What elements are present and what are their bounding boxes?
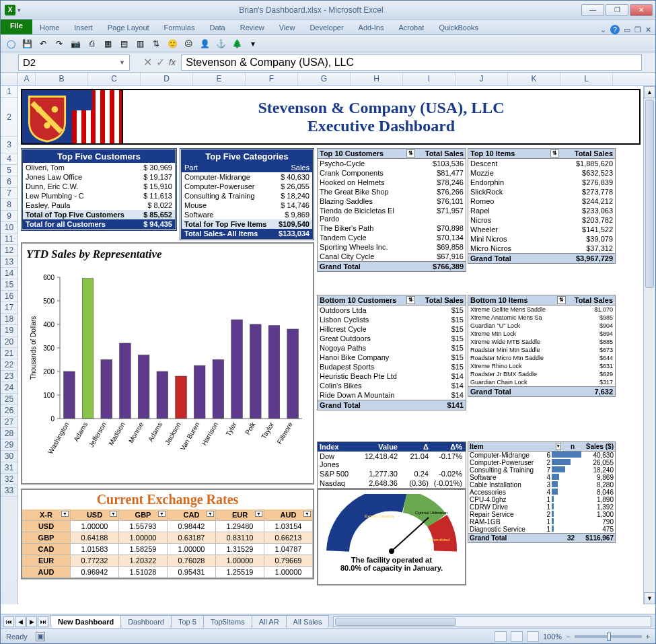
xr-header[interactable]: CAD▼ — [168, 509, 216, 521]
sheet-tab-all-sales[interactable]: All Sales — [286, 615, 330, 628]
row-header-16[interactable]: 16 — [1, 291, 17, 302]
fx-icon[interactable]: fx — [169, 57, 176, 67]
form-icon[interactable]: ▦ — [102, 38, 114, 50]
select-all-corner[interactable] — [1, 73, 18, 85]
help-icon[interactable]: ? — [610, 25, 620, 34]
maximize-button[interactable]: ❐ — [606, 4, 628, 16]
normal-view-icon[interactable] — [495, 631, 507, 642]
sort-icon[interactable]: ⇅ — [150, 38, 162, 50]
worksheet-canvas[interactable]: Stevenson & Company (USA), LLC Executive… — [18, 86, 643, 604]
formula-input[interactable]: Stevenson & Company (USA), LLC — [181, 55, 642, 71]
xr-header[interactable]: GBP▼ — [119, 509, 168, 521]
filter-icon[interactable]: ⇅ — [550, 149, 559, 157]
file-tab[interactable]: File — [1, 19, 32, 34]
col-header-D[interactable]: D — [141, 73, 193, 85]
ribbon-tab-page-layout[interactable]: Page Layout — [100, 21, 157, 34]
zoom-out-icon[interactable]: − — [566, 633, 570, 641]
row-header-20[interactable]: 20 — [1, 336, 17, 348]
page-break-view-icon[interactable] — [527, 631, 539, 642]
row-header-24[interactable]: 24 — [1, 382, 17, 394]
scroll-down-icon[interactable]: ▼ — [644, 592, 655, 604]
col-header-B[interactable]: B — [36, 73, 88, 85]
xr-header[interactable]: EUR▼ — [216, 509, 264, 521]
xr-header[interactable]: USD▼ — [71, 509, 119, 521]
qat-dropdown-icon[interactable]: ▾ — [17, 7, 21, 13]
ribbon-tab-developer[interactable]: Developer — [302, 21, 351, 34]
sad-icon[interactable]: ☹ — [182, 38, 194, 50]
fx-cancel-icon[interactable]: ✕ — [143, 56, 152, 69]
row-header-13[interactable]: 13 — [1, 256, 17, 268]
camera-icon[interactable]: 📷 — [69, 38, 81, 50]
row-header-14[interactable]: 14 — [1, 268, 17, 279]
filter-icon[interactable]: ⇅ — [406, 296, 415, 304]
row-header-32[interactable]: 32 — [1, 474, 17, 485]
zoom-level[interactable]: 100% — [543, 633, 562, 641]
row-header-15[interactable]: 15 — [1, 279, 17, 291]
row-header-12[interactable]: 12 — [1, 245, 17, 256]
row-header-4[interactable]: 4 — [1, 153, 17, 165]
filter-icon[interactable]: ⇅ — [406, 149, 415, 157]
row-header-11[interactable]: 11 — [1, 234, 17, 245]
row-header-10[interactable]: 10 — [1, 222, 17, 234]
ribbon-tab-formulas[interactable]: Formulas — [157, 21, 203, 34]
ribbon-tab-home[interactable]: Home — [32, 21, 67, 34]
ytd-sales-chart[interactable]: YTD Sales by Representative 010020030040… — [21, 242, 314, 485]
sheet-tab-top-5[interactable]: Top 5 — [171, 615, 204, 628]
col-header-L[interactable]: L — [560, 73, 613, 85]
tree-icon[interactable]: 🌲 — [231, 38, 243, 50]
horizontal-scrollbar[interactable] — [333, 616, 651, 627]
col-header-H[interactable]: H — [351, 73, 403, 85]
save-icon[interactable]: 💾 — [21, 38, 33, 50]
row-header-9[interactable]: 9 — [1, 211, 17, 222]
namebox-dropdown-icon[interactable]: ▼ — [119, 59, 125, 66]
restore-workbook-icon[interactable]: ❐ — [634, 26, 641, 34]
row-header-26[interactable]: 26 — [1, 405, 17, 417]
col-header-J[interactable]: J — [455, 73, 508, 85]
last-sheet-icon[interactable]: ⏭ — [38, 616, 48, 627]
col-header-I[interactable]: I — [403, 73, 455, 85]
minimize-button[interactable]: — — [581, 4, 604, 16]
sheet-tab-all-ar[interactable]: All AR — [252, 615, 287, 628]
scroll-thumb[interactable] — [645, 100, 654, 288]
row-header-19[interactable]: 19 — [1, 325, 17, 336]
ribbon-tab-add-ins[interactable]: Add-Ins — [351, 21, 392, 34]
zoom-slider[interactable] — [575, 635, 642, 638]
row-header-5[interactable]: 5 — [1, 165, 17, 176]
xr-header[interactable]: X-R▼ — [22, 509, 71, 521]
row-header-21[interactable]: 21 — [1, 348, 17, 359]
col-header-F[interactable]: F — [246, 73, 298, 85]
sheet-tab-new-dashboard[interactable]: New Dashboard — [50, 615, 121, 628]
col-header-E[interactable]: E — [193, 73, 246, 85]
scroll-up-icon[interactable]: ▲ — [644, 86, 655, 98]
macro-record-icon[interactable]: ▣ — [36, 632, 45, 641]
row-header-6[interactable]: 6 — [1, 176, 17, 188]
first-sheet-icon[interactable]: ⏮ — [3, 616, 14, 627]
ribbon-tab-data[interactable]: Data — [202, 21, 232, 34]
ribbon-tab-quickbooks[interactable]: QuickBooks — [431, 21, 486, 34]
col-header-G[interactable]: G — [298, 73, 351, 85]
sheet-tab-dashboard[interactable]: Dashboard — [120, 615, 172, 628]
row-header-1[interactable]: 1 — [1, 86, 17, 98]
new-icon[interactable]: ◯ — [5, 38, 17, 50]
row-header-33[interactable]: 33 — [1, 485, 17, 497]
redo-icon[interactable]: ↷ — [53, 38, 65, 50]
col-header-C[interactable]: C — [88, 73, 141, 85]
xr-header[interactable]: AUD▼ — [264, 509, 313, 521]
row-header-25[interactable]: 25 — [1, 394, 17, 405]
close-button[interactable]: ✕ — [630, 4, 653, 16]
row-header-18[interactable]: 18 — [1, 314, 17, 325]
person-icon[interactable]: 👤 — [198, 38, 211, 50]
grid-icon[interactable]: ▤ — [118, 38, 130, 50]
hscroll-thumb[interactable] — [335, 618, 456, 626]
filter-icon[interactable]: ▾ — [556, 443, 561, 450]
next-sheet-icon[interactable]: ▶ — [26, 616, 37, 627]
close-workbook-icon[interactable]: ✕ — [645, 26, 651, 34]
page-layout-view-icon[interactable] — [511, 631, 523, 642]
ribbon-customize-icon[interactable]: ⌄ — [600, 26, 606, 34]
row-header-23[interactable]: 23 — [1, 371, 17, 382]
filter-icon[interactable]: ⇅ — [557, 296, 566, 304]
undo-icon[interactable]: ↶ — [37, 38, 49, 50]
print-icon[interactable]: ⎙ — [85, 38, 98, 50]
ribbon-tab-acrobat[interactable]: Acrobat — [391, 21, 431, 34]
minimize-ribbon-icon[interactable]: ▭ — [624, 26, 630, 34]
